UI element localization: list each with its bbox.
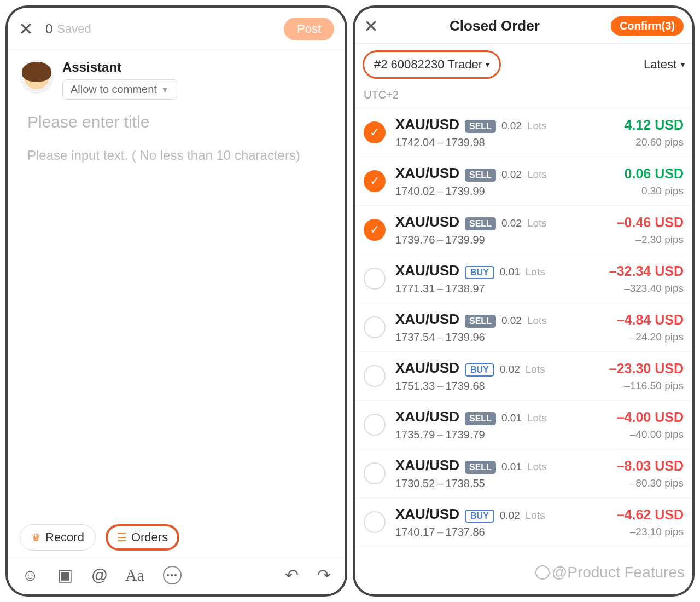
order-prices: 1737.54–1739.96 xyxy=(395,331,607,344)
orders-chip-label: Orders xyxy=(131,530,168,545)
order-lots: 0.01 xyxy=(501,412,522,424)
chevron-down-icon: ▾ xyxy=(486,60,489,69)
confirm-button[interactable]: Confirm(3) xyxy=(611,16,684,36)
order-symbol: XAU/USD xyxy=(395,116,459,133)
order-symbol: XAU/USD xyxy=(395,360,459,377)
order-checkbox[interactable]: ✓ xyxy=(364,121,386,143)
image-icon[interactable]: ▣ xyxy=(57,565,73,584)
order-row[interactable]: ✓XAU/USDSELL0.02Lots1742.04–1739.984.12 … xyxy=(355,108,692,157)
order-pnl: 0.06 USD xyxy=(625,166,684,182)
redo-icon[interactable]: ↷ xyxy=(317,565,331,584)
order-prices: 1735.79–1739.79 xyxy=(395,429,607,441)
order-checkbox[interactable] xyxy=(364,511,386,533)
order-checkbox[interactable] xyxy=(364,414,386,436)
order-result: –4.62 USD–23.10 pips xyxy=(617,507,684,538)
filter-row: #2 60082230 Trader ▾ Latest ▾ xyxy=(355,44,692,85)
mention-icon[interactable]: @ xyxy=(91,566,107,584)
orders-icon: ☰ xyxy=(117,531,127,544)
order-pnl: –4.62 USD xyxy=(617,507,684,523)
order-symbol: XAU/USD xyxy=(395,262,459,279)
order-lots: 0.01 xyxy=(500,266,520,278)
order-row[interactable]: ✓XAU/USDSELL0.02Lots1740.02–1739.990.06 … xyxy=(355,157,692,206)
order-pnl: –4.00 USD xyxy=(617,409,684,425)
order-row[interactable]: ✓XAU/USDSELL0.02Lots1739.76–1739.99–0.46… xyxy=(355,206,692,254)
order-info: XAU/USDSELL0.02Lots1737.54–1739.96 xyxy=(395,311,607,344)
order-side-badge: BUY xyxy=(465,510,494,523)
order-pips: –40.00 pips xyxy=(617,429,684,441)
order-side-badge: BUY xyxy=(465,266,494,279)
order-symbol: XAU/USD xyxy=(395,408,459,425)
lots-label: Lots xyxy=(527,217,547,229)
account-filter[interactable]: #2 60082230 Trader ▾ xyxy=(363,50,501,79)
order-info: XAU/USDSELL0.01Lots1735.79–1739.79 xyxy=(395,408,607,441)
order-pips: –323.40 pips xyxy=(609,282,684,294)
order-checkbox[interactable] xyxy=(364,316,386,338)
order-list: ✓XAU/USDSELL0.02Lots1742.04–1739.984.12 … xyxy=(355,108,692,594)
chevron-down-icon: ▾ xyxy=(681,60,685,69)
close-icon[interactable]: ✕ xyxy=(364,18,378,35)
sort-label: Latest xyxy=(644,57,676,72)
order-result: –4.84 USD–24.20 pips xyxy=(617,312,684,343)
post-button[interactable]: Post xyxy=(284,18,334,40)
order-pnl: –32.34 USD xyxy=(609,263,684,279)
undo-icon[interactable]: ↶ xyxy=(285,565,299,584)
order-checkbox[interactable] xyxy=(364,462,386,484)
order-symbol: XAU/USD xyxy=(395,506,459,523)
order-row[interactable]: XAU/USDBUY0.01Lots1771.31–1738.97–32.34 … xyxy=(355,254,692,303)
order-info: XAU/USDSELL0.02Lots1739.76–1739.99 xyxy=(395,213,607,246)
order-row[interactable]: XAU/USDBUY0.02Lots1751.33–1739.68–23.30 … xyxy=(355,352,692,401)
chip-row: ♛ Record ☰ Orders xyxy=(8,524,345,557)
right-phone: ✕ Closed Order Confirm(3) #2 60082230 Tr… xyxy=(353,5,695,597)
body-input[interactable]: Please input text. ( No less than 10 cha… xyxy=(8,138,345,173)
order-result: 0.06 USD0.30 pips xyxy=(625,166,684,197)
order-pips: –24.20 pips xyxy=(617,331,684,343)
emoji-icon[interactable]: ☺ xyxy=(22,566,39,584)
order-checkbox[interactable] xyxy=(364,268,386,290)
timezone-label: UTC+2 xyxy=(355,85,692,108)
order-prices: 1771.31–1738.97 xyxy=(395,282,599,295)
sort-dropdown[interactable]: Latest ▾ xyxy=(644,57,685,72)
order-pips: –116.50 pips xyxy=(609,380,684,392)
order-row[interactable]: XAU/USDSELL0.02Lots1737.54–1739.96–4.84 … xyxy=(355,303,692,352)
lots-label: Lots xyxy=(527,412,547,424)
more-icon[interactable]: ••• xyxy=(163,566,182,584)
order-side-badge: SELL xyxy=(465,169,496,182)
assistant-name: Assistant xyxy=(62,60,177,75)
close-icon[interactable]: ✕ xyxy=(19,20,33,38)
order-checkbox[interactable]: ✓ xyxy=(364,170,386,192)
order-side-badge: BUY xyxy=(465,363,494,377)
order-pnl: –8.03 USD xyxy=(617,458,684,474)
order-checkbox[interactable]: ✓ xyxy=(364,219,386,241)
order-info: XAU/USDSELL0.01Lots1730.52–1738.55 xyxy=(395,457,607,490)
order-lots: 0.02 xyxy=(501,120,522,132)
profile-row: Assistant Allow to comment ▼ xyxy=(8,50,345,100)
avatar[interactable] xyxy=(20,60,54,94)
watermark: @Product Features xyxy=(535,564,685,581)
title-input[interactable]: Please enter title xyxy=(8,100,345,138)
saved-label: Saved xyxy=(57,22,91,36)
order-pnl: –23.30 USD xyxy=(609,361,684,377)
order-symbol: XAU/USD xyxy=(395,311,459,328)
record-chip[interactable]: ♛ Record xyxy=(20,524,96,551)
order-result: –8.03 USD–80.30 pips xyxy=(617,458,684,489)
order-prices: 1739.76–1739.99 xyxy=(395,234,607,246)
order-row[interactable]: XAU/USDSELL0.01Lots1730.52–1738.55–8.03 … xyxy=(355,449,692,498)
comment-visibility-toggle[interactable]: Allow to comment ▼ xyxy=(62,79,177,100)
lots-label: Lots xyxy=(527,120,547,132)
watermark-face-icon xyxy=(535,565,550,580)
order-result: –0.46 USD–2.30 pips xyxy=(617,215,684,246)
compose-header: ✕ 0 Saved Post xyxy=(8,8,345,49)
left-phone: ✕ 0 Saved Post Assistant Allow to commen… xyxy=(5,5,347,597)
order-row[interactable]: XAU/USDBUY0.02Lots1740.17–1737.86–4.62 U… xyxy=(355,498,692,547)
order-prices: 1740.02–1739.99 xyxy=(395,185,615,198)
order-checkbox[interactable] xyxy=(364,365,386,387)
text-style-icon[interactable]: Aa xyxy=(125,566,144,584)
order-prices: 1740.17–1737.86 xyxy=(395,526,607,539)
order-symbol: XAU/USD xyxy=(395,457,459,474)
order-result: –4.00 USD–40.00 pips xyxy=(617,409,684,441)
order-pnl: 4.12 USD xyxy=(625,117,684,133)
order-info: XAU/USDSELL0.02Lots1742.04–1739.98 xyxy=(395,116,615,149)
order-row[interactable]: XAU/USDSELL0.01Lots1735.79–1739.79–4.00 … xyxy=(355,401,692,449)
order-lots: 0.02 xyxy=(501,169,522,181)
orders-chip[interactable]: ☰ Orders xyxy=(106,524,179,551)
